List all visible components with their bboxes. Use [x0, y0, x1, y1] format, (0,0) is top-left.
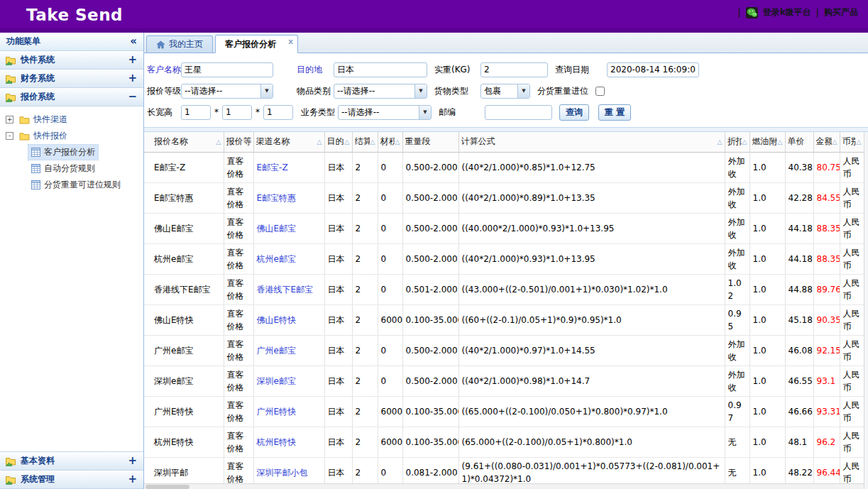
column-header-fuel[interactable]: 燃油附加△	[749, 132, 785, 152]
sidebar-item-finance-system[interactable]: 财务系统 +	[0, 70, 143, 88]
table-row[interactable]: 佛山E特快直客价格佛山E特快日本260000.100-35.000((60+((…	[144, 304, 864, 335]
cell-range: 0.500-2.000	[402, 335, 458, 366]
table-row[interactable]: 深圳e邮宝直客价格深圳e邮宝日本200.500-2.000((40*2/1.00…	[144, 366, 864, 396]
sort-asc-icon[interactable]: △	[216, 138, 221, 145]
expand-plus-icon[interactable]: +	[128, 73, 137, 84]
weight-input[interactable]	[480, 62, 548, 77]
column-header-discount[interactable]: 折扣△	[725, 132, 749, 152]
tree-expander-icon[interactable]: +	[6, 116, 13, 123]
folder-arrow-icon	[5, 474, 16, 485]
quote-level-select[interactable]: --请选择-- ▼	[181, 84, 273, 99]
cell-grade: 直客价格	[224, 335, 253, 366]
cell-channel[interactable]: 佛山E邮宝	[253, 213, 324, 243]
customer-name-input[interactable]	[181, 62, 273, 77]
height-input[interactable]	[263, 105, 293, 120]
column-header-grade[interactable]: 报价等级	[224, 132, 253, 152]
cell-channel[interactable]: 佛山E特快	[253, 304, 324, 335]
postcode-input[interactable]	[485, 105, 552, 120]
sort-asc-icon[interactable]: △	[395, 138, 400, 145]
table-row[interactable]: E邮宝特惠直客价格E邮宝特惠日本200.500-2.000((40*2/1.00…	[144, 182, 864, 213]
table-row[interactable]: 广州E特快直客价格广州E特快日本260000.100-35.000((65.00…	[144, 396, 864, 427]
cell-settle: 2	[352, 304, 378, 335]
column-header-amount[interactable]: 金额△	[813, 132, 840, 152]
expand-plus-icon[interactable]: +	[128, 55, 137, 65]
column-label: 结算重	[355, 136, 370, 148]
column-header-currency[interactable]: 币别△	[840, 132, 864, 152]
width-input[interactable]	[222, 105, 252, 120]
column-header-unit[interactable]: 单价	[785, 132, 813, 152]
sidebar-item-quote-system[interactable]: 报价系统 −	[0, 88, 143, 106]
cell-channel[interactable]: 杭州E特快	[253, 427, 324, 457]
cell-channel[interactable]: E邮宝-Z	[253, 152, 324, 182]
item-category-select[interactable]: --请选择-- ▼	[334, 84, 427, 99]
tab-customer-quote-analysis[interactable]: 客户报价分析 x	[215, 35, 298, 53]
cell-channel[interactable]: 广州e邮宝	[253, 335, 324, 366]
login-kwei-link[interactable]: 登录k微平台	[763, 6, 811, 18]
tree-leaf-customer-quote-analysis[interactable]: 客户报价分析	[4, 144, 142, 160]
sort-asc-icon[interactable]: △	[833, 138, 837, 145]
table-row[interactable]: 杭州e邮宝直客价格杭州e邮宝日本200.500-2.000((40*2/1.00…	[144, 243, 864, 274]
cell-discount: 1.02	[725, 274, 749, 304]
search-button[interactable]: 查询	[559, 104, 589, 121]
column-header-formula[interactable]: 计算公式△	[458, 132, 725, 152]
close-icon[interactable]: x	[288, 37, 293, 46]
cargo-type-select[interactable]: 包裹 ▼	[480, 84, 530, 99]
tree-leaf-split-weight-carry-rules[interactable]: 分货重量可进位规则	[4, 177, 142, 193]
expand-plus-icon[interactable]: +	[128, 474, 137, 485]
horizontal-scrollbar[interactable]	[144, 483, 864, 489]
table-row[interactable]: E邮宝-Z直客价格E邮宝-Z日本200.500-2.000((40*2/1.00…	[144, 152, 864, 182]
column-header-channel[interactable]: 渠道名称△	[253, 132, 324, 152]
business-type-select[interactable]: --请选择-- ▼	[338, 105, 432, 120]
column-header-dest[interactable]: 目的地△	[324, 132, 352, 152]
table-row[interactable]: 香港线下E邮宝直客价格香港线下E邮宝日本200.501-2.000((43.00…	[144, 274, 864, 304]
sort-asc-icon[interactable]: △	[345, 138, 350, 145]
split-weight-carry-label: 分货重量进位	[537, 85, 593, 97]
sidebar-title: 功能菜单	[6, 35, 40, 48]
vertical-scrollbar[interactable]	[864, 132, 868, 489]
sort-asc-icon[interactable]: △	[370, 138, 375, 145]
tab-home[interactable]: 我的主页	[146, 35, 213, 53]
length-input[interactable]	[181, 105, 211, 120]
cell-channel[interactable]: 香港线下E邮宝	[253, 274, 324, 304]
column-header-settle[interactable]: 结算重△	[352, 132, 378, 152]
query-date-input[interactable]	[607, 62, 699, 77]
column-header-volume[interactable]: 材积重△	[378, 132, 402, 152]
cell-formula: ((43.000+((2-0.501)/0.001+1)*0.030)*1.02…	[458, 274, 725, 304]
cell-name: 香港线下E邮宝	[144, 274, 224, 304]
cell-grade: 直客价格	[224, 427, 253, 457]
sort-asc-icon[interactable]: △	[317, 138, 322, 145]
collapse-sidebar-icon[interactable]: «	[130, 36, 137, 47]
cell-name: 杭州E特快	[144, 427, 224, 457]
cell-channel[interactable]: 杭州e邮宝	[253, 243, 324, 274]
tree-node-express-channel[interactable]: + 快件渠道	[4, 111, 142, 128]
split-weight-carry-checkbox[interactable]	[595, 87, 605, 96]
column-header-range[interactable]: 重量段	[402, 132, 458, 152]
tree-leaf-auto-split-rules[interactable]: 自动分货规则	[4, 160, 142, 177]
tree-node-express-quote[interactable]: - 快件报价	[4, 128, 142, 144]
sort-asc-icon[interactable]: △	[857, 138, 862, 145]
scrollbar-thumb[interactable]	[145, 485, 189, 489]
table-row[interactable]: 佛山E邮宝直客价格佛山E邮宝日本200.500-2.000((40.000*2/…	[144, 213, 864, 243]
tree-expander-icon[interactable]: -	[6, 132, 13, 140]
cell-channel[interactable]: 广州E特快	[253, 396, 324, 427]
destination-input[interactable]	[334, 62, 427, 77]
expand-plus-icon[interactable]: +	[128, 456, 137, 466]
sort-asc-icon[interactable]: △	[742, 138, 747, 145]
tree-leaf-label: 分货重量可进位规则	[44, 179, 121, 191]
column-header-name[interactable]: 报价名称△	[144, 132, 224, 152]
sidebar-item-label: 报价系统	[21, 91, 55, 103]
buy-product-link[interactable]: 购买产品	[824, 6, 858, 18]
cell-channel[interactable]: 深圳e邮宝	[253, 366, 324, 396]
sidebar-item-basic-data[interactable]: 基本资料 +	[0, 452, 143, 471]
cell-volume: 0	[378, 152, 402, 182]
cell-amount: 89.76	[813, 274, 840, 304]
sidebar-item-express-system[interactable]: 快件系统 +	[0, 51, 143, 70]
sidebar-item-system-management[interactable]: 系统管理 +	[0, 471, 143, 489]
sort-asc-icon[interactable]: △	[778, 138, 783, 145]
reset-button[interactable]: 重 置	[598, 104, 631, 121]
collapse-minus-icon[interactable]: −	[128, 92, 137, 102]
cell-channel[interactable]: E邮宝特惠	[253, 182, 324, 213]
table-row[interactable]: 杭州E特快直客价格杭州E特快日本260000.100-35.000(65.000…	[144, 427, 864, 457]
table-row[interactable]: 广州e邮宝直客价格广州e邮宝日本200.500-2.000((40*2/1.00…	[144, 335, 864, 366]
sort-asc-icon[interactable]: △	[718, 138, 723, 145]
